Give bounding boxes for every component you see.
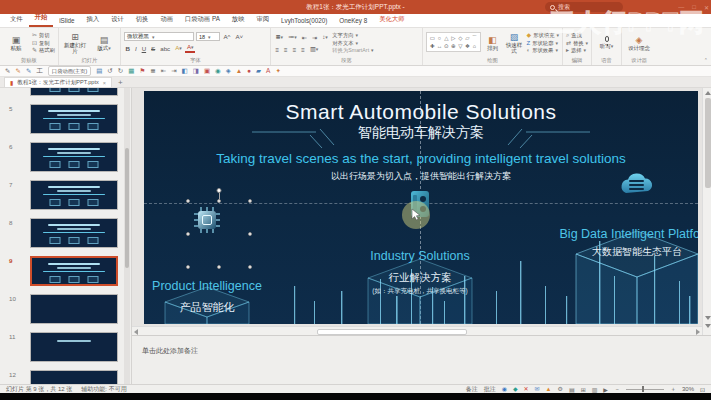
column-product-intelligence[interactable]: Product Intelligence 产品智能化 — [144, 201, 270, 315]
highlight-color-button[interactable]: A — [174, 43, 184, 53]
sparkle-icon[interactable]: ✦ — [275, 66, 280, 76]
ruler-icon[interactable]: 工 — [36, 66, 43, 76]
new-slide-button[interactable]: ⊞ 新建幻灯片 — [62, 30, 88, 56]
new-document-tab-button[interactable]: + — [112, 78, 129, 87]
thumbnail-slide-8[interactable]: 8 — [0, 218, 131, 248]
align-left-button[interactable]: ≡ — [274, 45, 281, 54]
next-slide-arrow-icon[interactable] — [705, 324, 711, 328]
indent-left-icon[interactable]: ⇤ — [161, 66, 166, 76]
shrink-font-button[interactable]: A˅ — [234, 32, 245, 41]
prev-slide-arrow-icon[interactable] — [705, 316, 711, 320]
fit-to-window-icon[interactable]: ⊡ — [700, 386, 705, 393]
numbering-button[interactable]: ≔ — [287, 32, 299, 42]
font-family-select[interactable]: 微软雅黑 — [124, 32, 194, 41]
slide-sorter-view-icon[interactable]: ⊞ — [581, 386, 586, 393]
indent-more-button[interactable]: ⇥ — [311, 33, 319, 42]
pen-icon[interactable]: ✎ — [5, 66, 10, 76]
thumbnail-slide-4[interactable]: 4 — [0, 88, 131, 96]
thumbnail-slide-6[interactable]: 6 — [0, 142, 131, 172]
collapse-ribbon-button[interactable]: ⌃ — [704, 57, 708, 63]
tab-home[interactable]: 开始 — [29, 11, 54, 27]
plugin-diamond-icon[interactable]: ◆ — [513, 385, 518, 393]
tab-pocket-animation[interactable]: 口袋动画 PA — [179, 13, 226, 27]
triangle-tool-icon[interactable]: ▲ — [236, 66, 242, 76]
scroll-up-arrow-icon[interactable] — [705, 91, 711, 95]
thumbnail-slide-9-selected[interactable]: 9 — [0, 256, 131, 286]
close-button[interactable]: ✕ — [704, 4, 709, 11]
tab-insert[interactable]: 插入 — [81, 13, 106, 27]
pen-orange-icon[interactable]: ✎ — [15, 66, 20, 76]
plugin-close-icon[interactable]: ✕ — [524, 385, 529, 393]
tab-transitions[interactable]: 切换 — [130, 13, 155, 27]
zoom-slider[interactable] — [626, 389, 664, 390]
normal-view-icon[interactable]: ▤ — [569, 386, 575, 393]
plugin-circle-icon[interactable]: ◉ — [502, 385, 507, 393]
smartart-button[interactable]: 转换为SmartArt — [332, 47, 373, 54]
tab-islide[interactable]: iSlide — [53, 15, 80, 27]
justify-button[interactable]: ≡ — [300, 45, 307, 54]
arrange-button[interactable]: ◧ 排列 — [484, 30, 501, 56]
horizontal-scrollbar[interactable] — [132, 326, 702, 335]
format-painter-button[interactable]: ✎格式刷 — [32, 47, 55, 54]
minimize-button[interactable]: — — [678, 4, 684, 10]
bullets-button[interactable]: ≣ — [274, 32, 285, 42]
tab-close-icon[interactable]: × — [103, 80, 106, 86]
align-text-button[interactable]: 对齐文本 — [332, 40, 373, 47]
search-box[interactable]: 搜索 — [545, 2, 623, 12]
tab-beautify[interactable]: 美化大师 — [373, 13, 410, 27]
align-objects-icon[interactable]: ◧ — [182, 66, 188, 76]
grow-font-button[interactable]: A^ — [222, 32, 232, 41]
dictate-button[interactable]: 听写 — [595, 30, 618, 56]
pen-blue-icon[interactable]: ✎ — [26, 66, 31, 76]
copy-button[interactable]: ⊡复制 — [32, 40, 55, 47]
slide-canvas[interactable]: Smart Automobile Solutions 智能电动车解决方案 Tak… — [144, 91, 698, 324]
swatch-icon[interactable]: ▰ — [256, 66, 261, 76]
diamond-tool-icon[interactable]: ◈ — [226, 66, 231, 76]
column-big-data-platform[interactable]: Big Data Intelligent Platform 大数据智能生态平台 — [552, 171, 698, 259]
font-size-select[interactable]: 18 — [196, 32, 220, 41]
shape-fill-button[interactable]: ◆形状填充 — [527, 32, 559, 39]
tab-lvyhtools[interactable]: LvyhTools(0020) — [275, 15, 333, 27]
redo-icon[interactable]: ↻ — [118, 66, 123, 76]
slide-subtitle-cn[interactable]: 智能电动车解决方案 — [144, 124, 698, 142]
paste-button[interactable]: ▣ 粘贴 — [3, 30, 29, 56]
cut-button[interactable]: ✂剪切 — [32, 32, 55, 39]
design-ideas-button[interactable]: ◈ 设计理念 — [625, 30, 653, 56]
dot-tool-icon[interactable]: ● — [247, 66, 251, 76]
pocket-animation-pill[interactable]: 口袋动画(主页) — [48, 66, 91, 76]
maximize-button[interactable]: □ — [692, 4, 696, 10]
undo-icon[interactable]: ↺ — [107, 66, 112, 76]
zoom-slider-knob[interactable] — [642, 386, 645, 392]
layout-button[interactable]: ▤ 版式 — [91, 30, 117, 56]
indent-right-icon[interactable]: ⇥ — [171, 66, 176, 76]
find-button[interactable]: ⌕查找 — [566, 32, 588, 39]
slide-title[interactable]: Smart Automobile Solutions — [144, 100, 698, 124]
align-right-button[interactable]: ≡ — [291, 45, 298, 54]
thumbnail-slide-12[interactable]: 12 — [0, 370, 131, 384]
horizontal-scroll-thumb[interactable] — [317, 329, 467, 335]
flag-icon[interactable]: ⚑ — [139, 66, 145, 76]
tab-design[interactable]: 设计 — [105, 13, 130, 27]
distribute-icon[interactable]: ◨ — [193, 66, 199, 76]
shape-effects-button[interactable]: ◐形状效果 — [527, 47, 559, 54]
fill-tool-icon[interactable]: ▣ — [204, 66, 210, 76]
tab-onekey[interactable]: OneKey 8 — [333, 15, 373, 27]
plugin-triangle-icon[interactable]: ▲ — [546, 385, 552, 393]
tab-slideshow[interactable]: 放映 — [226, 13, 251, 27]
reading-view-icon[interactable]: ▥ — [592, 386, 598, 393]
select-button[interactable]: ▸选择 — [566, 47, 588, 54]
thumbnail-scrollbar[interactable] — [124, 88, 130, 384]
replace-button[interactable]: ⇄替换 — [566, 40, 588, 47]
thumbnail-slide-7[interactable]: 7 — [0, 180, 131, 210]
plugin-mail-icon[interactable]: ✉ — [535, 385, 540, 393]
list-icon[interactable]: ≣ — [150, 66, 155, 76]
line-spacing-button[interactable]: ↕ — [321, 32, 330, 42]
vertical-scrollbar[interactable] — [702, 88, 711, 335]
font-tool-icon[interactable]: A — [266, 66, 270, 76]
plugin-gear-icon[interactable]: ⚙ — [558, 385, 563, 393]
slide-tagline-en[interactable]: Taking travel scenes as the start, provi… — [144, 151, 698, 166]
align-center-button[interactable]: ≡ — [283, 45, 290, 54]
quick-styles-button[interactable]: ▨ 快速样式 — [504, 30, 523, 56]
save-icon[interactable]: ▤ — [96, 66, 102, 76]
shape-outline-button[interactable]: Z形状轮廓 — [527, 40, 559, 47]
